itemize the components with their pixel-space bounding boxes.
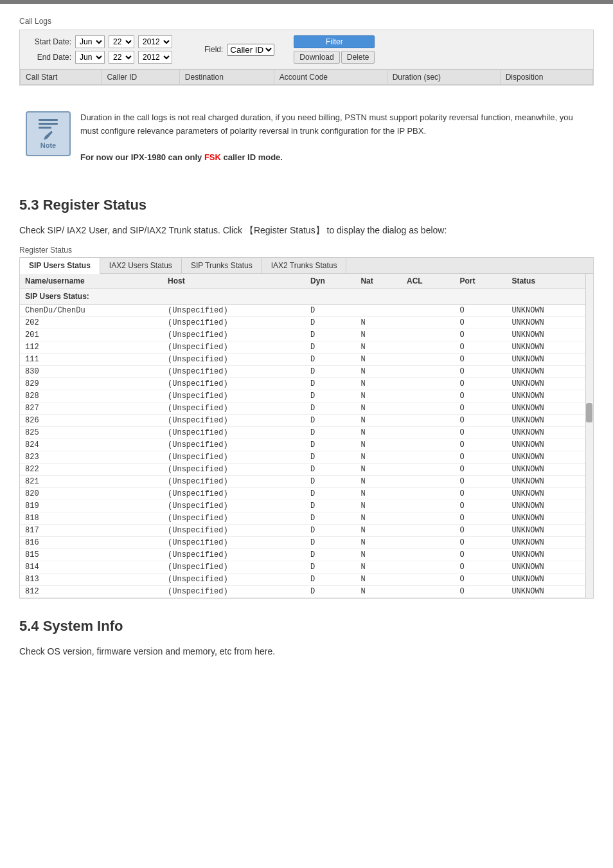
reg-cell-dyn: D: [305, 573, 355, 585]
download-button[interactable]: Download: [294, 51, 339, 64]
end-date-label: End Date:: [26, 53, 71, 62]
reg-cell-acl: [402, 451, 454, 463]
reg-cell-port: O: [454, 463, 506, 475]
reg-cell-nat: N: [355, 439, 402, 451]
reg-cell-dyn: D: [305, 353, 355, 365]
reg-cell-port: O: [454, 341, 506, 353]
reg-cell-status: UNKNOWN: [506, 573, 593, 585]
start-date-label: Start Date:: [26, 37, 71, 46]
reg-cell-port: O: [454, 512, 506, 524]
table-row: 824(Unspecified)DNOUNKNOWN: [20, 439, 593, 451]
reg-cell-status: UNKNOWN: [506, 524, 593, 536]
register-table-wrapper: Name/username Host Dyn Nat ACL Port Stat…: [20, 274, 593, 598]
note-box: Note Duration in the call logs is not re…: [19, 105, 594, 171]
reg-cell-nat: N: [355, 426, 402, 439]
reg-cell-name: 112: [20, 341, 163, 353]
register-status-container: SIP Users Status IAX2 Users Status SIP T…: [19, 257, 594, 599]
page-content: Call Logs Start Date: Jun 22 2012 E: [0, 10, 613, 685]
reg-cell-acl: [402, 329, 454, 341]
start-date-row: Start Date: Jun 22 2012: [26, 35, 172, 48]
top-bar: [0, 0, 613, 4]
reg-cell-status: UNKNOWN: [506, 475, 593, 487]
tab-iax2-users[interactable]: IAX2 Users Status: [100, 258, 182, 273]
reg-cell-acl: [402, 353, 454, 365]
reg-cell-dyn: D: [305, 487, 355, 500]
field-select[interactable]: Caller ID: [227, 44, 274, 56]
reg-cell-acl: [402, 365, 454, 377]
reg-cell-host: (Unspecified): [163, 548, 305, 561]
reg-cell-status: UNKNOWN: [506, 353, 593, 365]
reg-cell-acl: [402, 390, 454, 402]
reg-cell-host: (Unspecified): [163, 524, 305, 536]
reg-cell-port: O: [454, 402, 506, 414]
reg-cell-name: 817: [20, 524, 163, 536]
note-line-2: [39, 123, 58, 125]
reg-cell-status: UNKNOWN: [506, 561, 593, 573]
col-disposition: Disposition: [500, 70, 592, 85]
tab-iax2-trunks[interactable]: IAX2 Trunks Status: [262, 258, 347, 273]
reg-col-name: Name/username: [20, 274, 163, 289]
table-row: 112(Unspecified)DNOUNKNOWN: [20, 341, 593, 353]
reg-cell-name: 825: [20, 426, 163, 439]
reg-cell-acl: [402, 304, 454, 316]
sip-users-header-cell: SIP Users Status:: [20, 288, 593, 304]
reg-cell-status: UNKNOWN: [506, 414, 593, 426]
tab-sip-trunks[interactable]: SIP Trunks Status: [182, 258, 262, 273]
note-text-end: caller ID mode.: [221, 152, 283, 162]
reg-cell-status: UNKNOWN: [506, 402, 593, 414]
end-day-select[interactable]: 22: [109, 51, 134, 64]
reg-cell-name: 823: [20, 451, 163, 463]
reg-cell-nat: N: [355, 365, 402, 377]
reg-cell-status: UNKNOWN: [506, 439, 593, 451]
end-year-select[interactable]: 2012: [138, 51, 172, 64]
reg-cell-name: 827: [20, 402, 163, 414]
start-year-select[interactable]: 2012: [138, 35, 172, 48]
scrollbar-thumb[interactable]: [586, 403, 592, 422]
reg-cell-acl: [402, 487, 454, 500]
table-row: 812(Unspecified)DNOUNKNOWN: [20, 585, 593, 597]
reg-cell-acl: [402, 536, 454, 548]
reg-col-nat: Nat: [355, 274, 402, 289]
reg-cell-port: O: [454, 304, 506, 316]
reg-cell-host: (Unspecified): [163, 451, 305, 463]
buttons-section: Filter Download Delete: [294, 35, 375, 64]
reg-cell-dyn: D: [305, 548, 355, 561]
reg-cell-host: (Unspecified): [163, 439, 305, 451]
reg-cell-host: (Unspecified): [163, 426, 305, 439]
reg-cell-name: 822: [20, 463, 163, 475]
col-destination: Destination: [179, 70, 274, 85]
end-month-select[interactable]: Jun: [75, 51, 105, 64]
start-month-select[interactable]: Jun: [75, 35, 105, 48]
reg-cell-nat: N: [355, 561, 402, 573]
note-line-1: [39, 119, 58, 121]
table-row: 201(Unspecified)DNOUNKNOWN: [20, 329, 593, 341]
reg-cell-nat: N: [355, 463, 402, 475]
reg-cell-dyn: D: [305, 316, 355, 329]
filter-button[interactable]: Filter: [294, 35, 375, 48]
reg-cell-acl: [402, 316, 454, 329]
reg-cell-status: UNKNOWN: [506, 304, 593, 316]
reg-cell-nat: N: [355, 451, 402, 463]
reg-cell-nat: N: [355, 585, 402, 597]
reg-cell-port: O: [454, 377, 506, 390]
reg-cell-port: O: [454, 390, 506, 402]
reg-cell-acl: [402, 426, 454, 439]
tab-sip-users[interactable]: SIP Users Status: [20, 258, 100, 274]
reg-cell-acl: [402, 585, 454, 597]
reg-cell-nat: N: [355, 402, 402, 414]
scrollbar[interactable]: [585, 274, 593, 598]
note-line-3: [39, 127, 51, 129]
reg-cell-nat: N: [355, 377, 402, 390]
delete-button[interactable]: Delete: [341, 51, 375, 64]
reg-cell-port: O: [454, 365, 506, 377]
reg-cell-port: O: [454, 585, 506, 597]
start-day-select[interactable]: 22: [109, 35, 134, 48]
reg-cell-host: (Unspecified): [163, 329, 305, 341]
reg-cell-host: (Unspecified): [163, 475, 305, 487]
table-row: 823(Unspecified)DNOUNKNOWN: [20, 451, 593, 463]
reg-cell-acl: [402, 475, 454, 487]
reg-cell-status: UNKNOWN: [506, 426, 593, 439]
reg-cell-nat: N: [355, 341, 402, 353]
reg-cell-port: O: [454, 451, 506, 463]
reg-cell-host: (Unspecified): [163, 414, 305, 426]
